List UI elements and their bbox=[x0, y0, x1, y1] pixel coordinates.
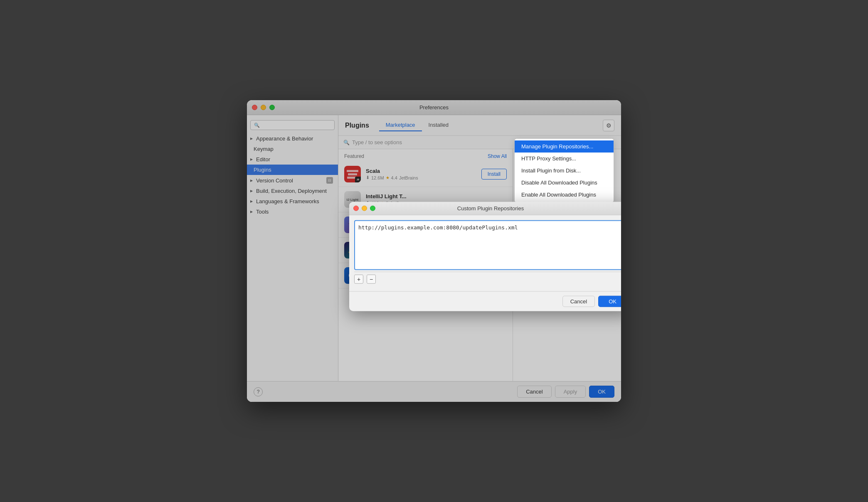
dropdown-item-enable-all[interactable]: Enable All Downloaded Plugins bbox=[515, 189, 614, 201]
dialog-toolbar: + − bbox=[354, 272, 621, 286]
dialog-footer: Cancel OK bbox=[349, 291, 621, 311]
dropdown-item-install-disk[interactable]: Install Plugin from Disk... bbox=[515, 165, 614, 177]
dialog-body: + − bbox=[349, 215, 621, 291]
dialog-minimize-button[interactable] bbox=[362, 206, 367, 211]
dropdown-item-disable-all[interactable]: Disable All Downloaded Plugins bbox=[515, 177, 614, 189]
dialog-title: Custom Plugin Repositories bbox=[457, 205, 524, 212]
remove-repo-button[interactable]: − bbox=[367, 275, 376, 284]
dialog-traffic-lights bbox=[353, 206, 375, 211]
gear-dropdown-menu: Manage Plugin Repositories... HTTP Proxy… bbox=[514, 138, 614, 203]
preferences-window: Preferences 🔍 ▶ Appearance & Behavior Ke… bbox=[247, 100, 621, 402]
dropdown-item-http-proxy[interactable]: HTTP Proxy Settings... bbox=[515, 153, 614, 165]
dialog-maximize-button[interactable] bbox=[370, 206, 375, 211]
dropdown-item-manage-repos[interactable]: Manage Plugin Repositories... bbox=[515, 140, 614, 153]
dialog-ok-button[interactable]: OK bbox=[598, 296, 621, 307]
dialog-title-bar: Custom Plugin Repositories bbox=[349, 202, 621, 215]
repo-url-input[interactable] bbox=[354, 220, 621, 270]
add-repo-button[interactable]: + bbox=[354, 275, 363, 284]
custom-plugin-repositories-dialog: Custom Plugin Repositories + − Cancel OK bbox=[349, 202, 621, 311]
dialog-cancel-button[interactable]: Cancel bbox=[562, 296, 595, 307]
dialog-close-button[interactable] bbox=[353, 206, 359, 211]
